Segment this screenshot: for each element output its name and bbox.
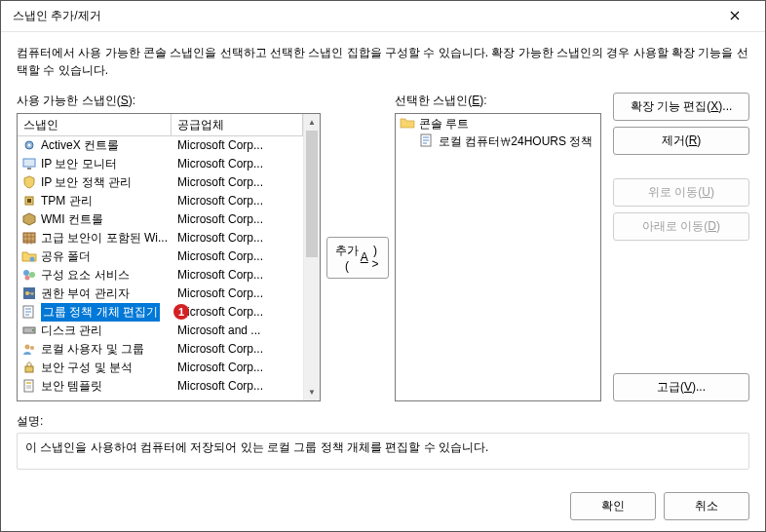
list-header: 스냅인 공급업체 bbox=[18, 114, 303, 136]
move-down-button: 아래로 이동(D) bbox=[613, 212, 749, 241]
tree-root[interactable]: 콘솔 루트 bbox=[398, 116, 598, 133]
row-name: TPM 관리 bbox=[41, 193, 93, 209]
svg-point-1 bbox=[28, 144, 31, 147]
add-button[interactable]: 추가(A) > bbox=[326, 237, 389, 279]
row-vendor: Microsoft and ... bbox=[172, 323, 303, 337]
description-section: 설명: 이 스냅인을 사용하여 컴퓨터에 저장되어 있는 로컬 그룹 정책 개체… bbox=[17, 413, 749, 470]
edit-extensions-button[interactable]: 확장 기능 편집(X)... bbox=[613, 93, 749, 121]
list-row[interactable]: IP 보안 정책 관리Microsoft Corp... bbox=[18, 173, 303, 192]
list-row[interactable]: 로컬 사용자 및 그룹Microsoft Corp... bbox=[18, 340, 303, 359]
middle-column: 추가(A) > bbox=[321, 93, 395, 279]
svg-point-9 bbox=[29, 272, 35, 278]
dialog-window: 스냅인 추가/제거 컴퓨터에서 사용 가능한 콘솔 스냅인을 선택하고 선택한 … bbox=[0, 0, 766, 532]
policy-icon bbox=[419, 133, 435, 151]
list-row[interactable]: 권한 부여 관리자Microsoft Corp... bbox=[18, 285, 303, 303]
row-name: 공유 폴더 bbox=[41, 248, 91, 265]
row-vendor: Microsoft Corp... bbox=[172, 138, 303, 152]
svg-rect-20 bbox=[26, 382, 31, 384]
svg-point-10 bbox=[25, 276, 30, 281]
scrollbar[interactable]: ▲ ▼ bbox=[303, 114, 320, 400]
list-row[interactable]: ActiveX 컨트롤Microsoft Corp... bbox=[18, 136, 303, 155]
row-vendor: Microsoft Corp... bbox=[172, 342, 303, 356]
columns: 사용 가능한 스냅인(S): 스냅인 공급업체 ActiveX 컨트롤Micro… bbox=[17, 93, 749, 401]
row-name: IP 보안 정책 관리 bbox=[41, 174, 132, 191]
row-vendor: Microsoft Corp... bbox=[172, 305, 303, 319]
svg-rect-6 bbox=[23, 233, 35, 243]
row-vendor: Microsoft Corp... bbox=[172, 231, 303, 245]
description-box: 이 스냅인을 사용하여 컴퓨터에 저장되어 있는 로컬 그룹 정책 개체를 편집… bbox=[17, 433, 749, 470]
row-vendor: Microsoft Corp... bbox=[172, 157, 303, 171]
row-vendor: Microsoft Corp... bbox=[172, 175, 303, 189]
key-icon bbox=[21, 285, 37, 301]
row-name: WMI 컨트롤 bbox=[41, 211, 103, 228]
row-vendor: Microsoft Corp... bbox=[172, 194, 303, 208]
available-label: 사용 가능한 스냅인(S): bbox=[17, 93, 321, 109]
rows-container: ActiveX 컨트롤Microsoft Corp...IP 보안 모니터Mic… bbox=[18, 136, 303, 396]
list-row[interactable]: 보안 구성 및 분석Microsoft Corp... bbox=[18, 359, 303, 377]
row-name: 권한 부여 관리자 bbox=[41, 285, 130, 302]
folder-shared-icon bbox=[21, 248, 37, 264]
list-row[interactable]: TPM 관리Microsoft Corp... bbox=[18, 192, 303, 210]
annotation-badge: 1 bbox=[173, 304, 189, 320]
svg-point-7 bbox=[30, 257, 35, 262]
advanced-button[interactable]: 고급(V)... bbox=[613, 373, 749, 401]
tree-child[interactable]: 로컬 컴퓨터₩24HOURS 정책 bbox=[398, 133, 598, 151]
row-vendor: Microsoft Corp... bbox=[172, 361, 303, 374]
remove-button[interactable]: 제거(R) bbox=[613, 127, 749, 155]
cancel-button[interactable]: 취소 bbox=[664, 492, 749, 520]
row-vendor: Microsoft Corp... bbox=[172, 379, 303, 393]
close-button[interactable] bbox=[712, 1, 757, 30]
svg-point-12 bbox=[25, 291, 29, 295]
titlebar: 스냅인 추가/제거 bbox=[1, 1, 765, 32]
svg-rect-2 bbox=[23, 159, 35, 167]
footer: 확인 취소 bbox=[1, 481, 765, 531]
box-icon bbox=[21, 211, 37, 227]
list-inner: 스냅인 공급업체 ActiveX 컨트롤Microsoft Corp...IP … bbox=[18, 114, 303, 400]
row-name: ActiveX 컨트롤 bbox=[41, 137, 119, 154]
row-name: 로컬 사용자 및 그룹 bbox=[41, 341, 144, 358]
available-listbox[interactable]: 스냅인 공급업체 ActiveX 컨트롤Microsoft Corp...IP … bbox=[17, 113, 321, 401]
svg-rect-5 bbox=[27, 199, 31, 203]
tree-child-label: 로컬 컴퓨터₩24HOURS 정책 bbox=[439, 133, 593, 150]
svg-point-8 bbox=[23, 270, 29, 276]
row-name: 디스크 관리 bbox=[41, 323, 102, 339]
row-vendor: Microsoft Corp... bbox=[172, 249, 303, 263]
move-up-button: 위로 이동(U) bbox=[613, 178, 749, 207]
svg-point-15 bbox=[32, 329, 34, 331]
row-name: IP 보안 모니터 bbox=[41, 156, 117, 172]
list-row[interactable]: IP 보안 모니터Microsoft Corp... bbox=[18, 155, 303, 173]
chip-icon bbox=[21, 193, 37, 209]
svg-rect-3 bbox=[27, 168, 31, 170]
list-row[interactable]: 보안 템플릿Microsoft Corp... bbox=[18, 377, 303, 396]
template-icon bbox=[21, 378, 37, 394]
selected-treebox[interactable]: 콘솔 루트 로컬 컴퓨터₩24HOURS 정책 bbox=[395, 113, 601, 401]
row-name: 보안 템플릿 bbox=[41, 378, 102, 395]
policy-icon bbox=[21, 304, 37, 320]
row-vendor: Microsoft Corp... bbox=[172, 212, 303, 226]
close-icon bbox=[730, 11, 740, 20]
scroll-up-button[interactable]: ▲ bbox=[304, 114, 320, 131]
column-vendor[interactable]: 공급업체 bbox=[172, 114, 303, 136]
shield-icon bbox=[21, 174, 37, 190]
scroll-down-button[interactable]: ▼ bbox=[304, 384, 320, 400]
scroll-thumb[interactable] bbox=[306, 131, 318, 257]
list-row[interactable]: 그룹 정책 개체 편집기Microsoft Corp...1 bbox=[18, 303, 303, 322]
selected-label: 선택한 스냅인(E): bbox=[395, 93, 601, 109]
monitor-icon bbox=[21, 156, 37, 171]
list-row[interactable]: 디스크 관리Microsoft and ... bbox=[18, 322, 303, 340]
svg-point-17 bbox=[30, 346, 34, 350]
list-row[interactable]: 고급 보안이 포함된 Wi...Microsoft Corp... bbox=[18, 229, 303, 247]
component-icon bbox=[21, 267, 37, 283]
tree-root-label: 콘솔 루트 bbox=[419, 116, 469, 133]
row-name: 구성 요소 서비스 bbox=[41, 267, 130, 284]
ok-button[interactable]: 확인 bbox=[570, 492, 656, 520]
list-row[interactable]: WMI 컨트롤Microsoft Corp... bbox=[18, 210, 303, 229]
row-name: 그룹 정책 개체 편집기 bbox=[41, 303, 160, 322]
list-row[interactable]: 공유 폴더Microsoft Corp... bbox=[18, 247, 303, 266]
gear-icon bbox=[21, 137, 37, 153]
action-buttons: 확장 기능 편집(X)... 제거(R) 위로 이동(U) 아래로 이동(D) … bbox=[613, 93, 749, 401]
list-row[interactable]: 구성 요소 서비스Microsoft Corp... bbox=[18, 266, 303, 285]
svg-point-16 bbox=[25, 345, 30, 350]
column-snapin[interactable]: 스냅인 bbox=[18, 114, 172, 136]
row-vendor: Microsoft Corp... bbox=[172, 286, 303, 300]
